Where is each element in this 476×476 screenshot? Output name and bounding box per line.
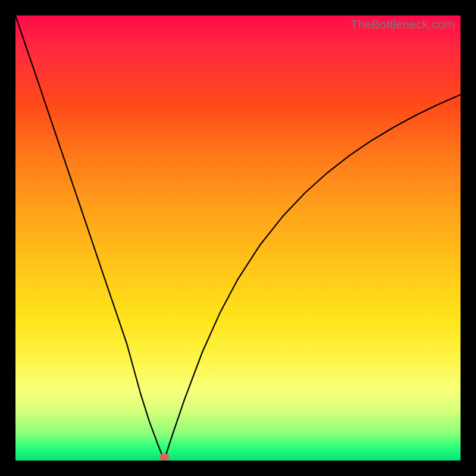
chart-frame: TheBottleneck.com bbox=[0, 0, 476, 476]
minimum-marker bbox=[159, 454, 169, 461]
plot-area: TheBottleneck.com bbox=[15, 15, 461, 461]
bottleneck-curve bbox=[15, 15, 461, 461]
curve-svg bbox=[15, 15, 461, 461]
